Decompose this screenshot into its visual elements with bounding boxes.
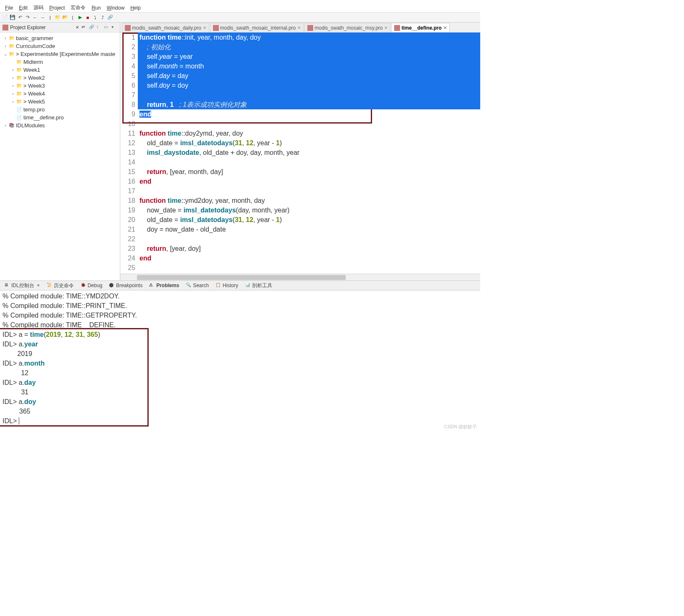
close-icon[interactable]: ✕ [443,25,447,30]
bottom-tab[interactable]: 📊剖析工具 [243,281,275,290]
bottom-tab[interactable]: 📋History [213,282,241,289]
new-icon[interactable]: 📄 [2,14,8,21]
code-line[interactable] [138,90,480,100]
menu-window[interactable]: Window [104,4,127,12]
expand-icon[interactable]: › [10,76,16,80]
code-line[interactable]: ; 初始化 [138,42,480,52]
fwd-icon[interactable]: → [39,14,46,21]
code-line[interactable]: function time::doy2ymd, year, doy [138,129,480,138]
console-line[interactable]: IDL> a = time(2019, 12, 31, 365) [3,330,478,339]
code-line[interactable]: return, 1 ; 1表示成功实例化对象 [138,100,480,109]
code-line[interactable]: self.doy = doy [138,81,480,90]
open-icon[interactable]: 📂 [62,14,68,21]
code-line[interactable]: self.day = day [138,71,480,81]
close-icon[interactable]: ✕ [203,25,206,30]
code-line[interactable]: old_date = imsl_datetodays(31, 12, year … [138,138,480,148]
bottom-tab[interactable]: 🖥IDL控制台✕ [2,281,43,290]
code-line[interactable] [138,119,480,129]
code-line[interactable] [138,157,480,167]
editor-tab[interactable]: modis_swath_mosaic_msy.pro✕ [304,23,390,32]
code-line[interactable]: return, [year, doy] [138,244,480,253]
console-panel[interactable]: % Compiled module: TIME::YMD2DOY. % Comp… [0,290,480,427]
view-close-icon[interactable]: ✕ [76,25,79,30]
code-line[interactable]: end [138,253,480,263]
back-icon[interactable]: ← [32,14,38,21]
tree-item[interactable]: ⌄📁> ExperimentsMe [ExperimentsMe maste [1,50,119,58]
close-icon[interactable]: ✕ [37,283,40,288]
menu-edit[interactable]: Edit [16,4,30,12]
tree-item[interactable]: ›📁> Week4 [1,90,119,98]
tree-item[interactable]: ›📁Week1 [1,66,119,74]
menu-macro[interactable]: 宏命令 [68,3,88,12]
code-line[interactable]: end [138,109,480,119]
tree-item[interactable]: ›📚IDLModules [1,121,119,129]
code-line[interactable]: imsl_daystodate, old_date + doy, day, mo… [138,148,480,157]
close-icon[interactable]: ✕ [384,25,388,30]
tree-item[interactable]: 📄temp.pro [1,106,119,114]
expand-icon[interactable]: › [10,83,16,88]
menu-icon[interactable]: ▾ [111,25,117,30]
menu-run[interactable]: Run [89,4,103,12]
expand-icon[interactable]: ⌄ [3,52,8,56]
code-line[interactable] [138,234,480,244]
tree-item[interactable]: 📁Midterm [1,58,119,66]
tree-item[interactable]: ›📁> Week2 [1,74,119,82]
code-line[interactable]: end [138,177,480,186]
editor-tab[interactable]: modis_swath_mosaic_internal.pro✕ [210,23,304,32]
stop-icon[interactable]: ■ [84,14,91,21]
filter-icon[interactable]: ⫶ [96,25,102,30]
code-line[interactable]: doy = now_date - old_date [138,225,480,234]
min-icon[interactable]: ▭ [104,25,110,30]
expand-icon[interactable]: › [10,91,16,96]
close-icon[interactable]: ✕ [297,25,301,30]
editor-tab[interactable]: time__define.pro✕ [391,23,449,32]
code-line[interactable]: now_date = imsl_datetodays(day, month, y… [138,205,480,215]
save-icon[interactable]: 💾 [9,14,16,21]
scrollbar-thumb[interactable] [137,275,346,280]
code-line[interactable]: function time::ymd2doy, year, month, day [138,196,480,205]
code-line[interactable]: function time::init, year, month, day, d… [138,33,480,42]
console-line[interactable]: IDL> [3,416,478,426]
run-icon[interactable]: ▶ [77,14,84,21]
menu-source[interactable]: 源码 [31,3,46,12]
code-line[interactable]: self.month = month [138,61,480,71]
code-line[interactable] [138,186,480,196]
expand-icon[interactable]: › [3,123,8,128]
expand-icon[interactable]: › [3,44,8,48]
console-line[interactable]: IDL> a.doy [3,397,478,406]
console-line[interactable]: IDL> a.day [3,378,478,387]
menu-help[interactable]: Help [128,4,143,12]
menu-file[interactable]: File [3,4,15,12]
undo-icon[interactable]: ↶ [17,14,23,21]
tree-item[interactable]: ›📁basic_grammer [1,34,119,42]
tree-item[interactable]: ›📁> Week3 [1,82,119,90]
expand-icon[interactable]: › [10,68,16,72]
expand-icon[interactable]: › [10,99,16,104]
bottom-tab[interactable]: 📜历史命令 [44,281,76,290]
bottom-tab[interactable]: 🔍Search [183,282,211,289]
expand-icon[interactable]: › [3,36,8,40]
code-line[interactable] [138,263,480,273]
folder-icon[interactable]: 📁 [54,14,61,21]
bottom-tab[interactable]: 🐞Debug [78,282,105,289]
horizontal-scrollbar[interactable] [120,274,480,280]
redo-icon[interactable]: ↷ [24,14,31,21]
code-line[interactable]: self.year = year [138,52,480,61]
tree-item[interactable]: ›📁CurriculumCode [1,42,119,50]
editor-tab[interactable]: modis_swath_mosaic_daily.pro✕ [122,23,209,32]
bottom-tab[interactable]: ⬤Breakpoints [106,282,145,289]
code-line[interactable]: old_date = imsl_datetodays(31, 12, year … [138,215,480,225]
code-editor[interactable]: 1234567891011121314151617181920212223242… [120,33,480,274]
step-icon[interactable]: ⤵ [92,14,99,21]
link-icon[interactable]: 🔗 [89,25,95,30]
link-icon[interactable]: 🔗 [107,14,114,21]
console-line[interactable]: IDL> a.month [3,358,478,368]
tree-item[interactable]: 📄time__define.pro [1,114,119,121]
menu-project[interactable]: Project [47,4,67,12]
code-line[interactable]: return, [year, month, day] [138,167,480,177]
collapse-icon[interactable]: ⇄ [81,25,87,30]
console-line[interactable]: IDL> a.year [3,339,478,349]
tree-item[interactable]: ›📁> Week5 [1,98,119,106]
bottom-tab[interactable]: ⚠Problems [147,282,182,289]
step-icon[interactable]: ⤴ [99,14,106,21]
